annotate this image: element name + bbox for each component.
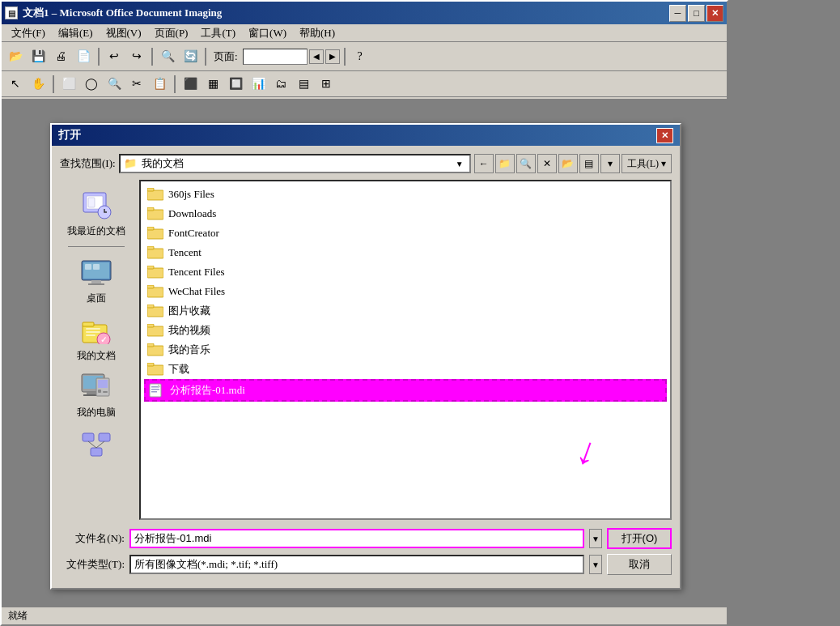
hand-btn[interactable]: ✋ — [28, 74, 49, 95]
save-tool-btn[interactable]: 💾 — [28, 46, 49, 67]
folder-icon-videos — [147, 323, 163, 338]
file-name-pictures: 图片收藏 — [168, 304, 210, 318]
open-button[interactable]: 打开(O) — [607, 528, 672, 549]
toolbar-main: 📂 💾 🖨 📄 ↩ ↪ 🔍 🔄 页面: ◀ ▶ ? — [2, 42, 727, 71]
tool2-btn3[interactable]: 🔍 — [104, 74, 125, 95]
svg-rect-44 — [147, 326, 163, 336]
cursor-btn[interactable]: ↖ — [5, 74, 26, 95]
tool2-btn5[interactable]: 📋 — [149, 74, 170, 95]
location-label: 查找范围(I): — [60, 156, 116, 171]
file-list-area[interactable]: 360js Files Downloads — [139, 180, 672, 520]
svg-rect-34 — [147, 229, 163, 239]
menu-edit[interactable]: 编辑(E) — [52, 24, 100, 42]
left-item-mydocs-label: 我的文档 — [77, 350, 116, 361]
view-toggle-btn[interactable]: ▤ — [579, 154, 599, 173]
menu-tools[interactable]: 工具(T) — [194, 24, 242, 42]
tool2-btn12[interactable]: ⊞ — [316, 74, 337, 95]
close-button[interactable]: ✕ — [706, 5, 723, 22]
left-item-desktop[interactable]: 桌面 — [64, 253, 129, 307]
svg-rect-2 — [88, 198, 95, 207]
left-item-mycomputer[interactable]: 我的电脑 — [64, 368, 129, 421]
tool2-btn2[interactable]: ◯ — [81, 74, 102, 95]
delete-btn[interactable]: ✕ — [537, 154, 557, 173]
location-dropdown-arrow: ▼ — [453, 160, 466, 168]
page-input[interactable] — [243, 49, 308, 65]
open-button-label: 打开(O) — [622, 531, 658, 546]
filetype-label: 文件类型(T): — [60, 557, 125, 572]
left-item-mydocs[interactable]: ✓ 我的文档 — [64, 311, 129, 364]
prev-page-btn[interactable]: ◀ — [309, 49, 324, 64]
menu-window[interactable]: 窗口(W) — [242, 24, 293, 42]
file-item-fontcreator[interactable]: FontCreator — [144, 224, 667, 243]
svg-rect-12 — [86, 328, 100, 330]
zoom-btn[interactable]: 🔍 — [157, 46, 178, 67]
file-name-wechat: WeChat Files — [168, 285, 225, 298]
status-text: 就绪 — [8, 609, 28, 623]
location-value: 我的文档 — [142, 156, 453, 171]
filename-row: 文件名(N): ▼ 打开(O) — [60, 528, 672, 549]
search-web-btn[interactable]: 🔍 — [516, 154, 536, 173]
svg-rect-9 — [93, 264, 100, 270]
tools-menu-btn[interactable]: 工具(L) ▾ — [622, 154, 672, 173]
open-tool-btn[interactable]: 📂 — [5, 46, 26, 67]
svg-rect-45 — [147, 324, 154, 327]
file-item-downloads2[interactable]: 下载 — [144, 360, 667, 379]
left-item-recent[interactable]: 我最近的文档 — [64, 186, 129, 240]
svg-rect-19 — [87, 392, 96, 394]
minimize-button[interactable]: ─ — [669, 5, 686, 22]
new-folder-btn[interactable]: 📂 — [558, 154, 578, 173]
tool2-btn6[interactable]: ⬛ — [180, 74, 201, 95]
svg-rect-48 — [147, 365, 163, 375]
nav-up-btn[interactable]: 📁 — [495, 154, 515, 173]
help-btn[interactable]: ? — [350, 46, 371, 67]
svg-rect-36 — [147, 249, 163, 258]
file-item-tencentfiles[interactable]: Tencent Files — [144, 262, 667, 282]
svg-rect-13 — [86, 331, 100, 333]
folder-icon-downloads — [147, 207, 163, 221]
print-tool-btn[interactable]: 🖨 — [50, 46, 71, 67]
menu-page[interactable]: 页面(P) — [148, 24, 195, 42]
location-dropdown[interactable]: 📁 我的文档 ▼ — [119, 154, 471, 173]
tool2-btn1[interactable]: ⬜ — [58, 74, 79, 95]
scan-tool-btn[interactable]: 📄 — [73, 46, 94, 67]
file-item-mdi[interactable]: 分析报告-01.mdi — [144, 379, 667, 402]
tool2-btn11[interactable]: ▤ — [293, 74, 314, 95]
redo-btn[interactable]: ↪ — [126, 46, 147, 67]
nav-back-btn[interactable]: ← — [474, 154, 494, 173]
file-item-music[interactable]: 我的音乐 — [144, 340, 667, 360]
folder-icon-wechat — [147, 284, 163, 299]
cancel-button[interactable]: 取消 — [607, 554, 672, 575]
filename-input[interactable] — [129, 529, 584, 548]
file-item-wechat[interactable]: WeChat Files — [144, 282, 667, 301]
file-item-360[interactable]: 360js Files — [144, 185, 667, 204]
tool2-btn7[interactable]: ▦ — [202, 74, 223, 95]
svg-rect-24 — [103, 391, 108, 393]
file-item-downloads[interactable]: Downloads — [144, 204, 667, 224]
folder-icon-pictures — [147, 304, 163, 318]
content-area: 打开 ✕ 查找范围(I): 📁 我的文档 ▼ ← 📁 🔍 — [2, 99, 727, 607]
menu-file[interactable]: 文件(F) — [5, 24, 52, 42]
file-name-downloads2: 下载 — [168, 362, 189, 377]
file-item-tencent[interactable]: Tencent — [144, 243, 667, 262]
tool2-btn8[interactable]: 🔲 — [225, 74, 246, 95]
mdi-file-icon — [149, 383, 165, 398]
left-item-network[interactable] — [64, 425, 129, 467]
title-bar: ▤ 文档1 – Microsoft Office Document Imagin… — [2, 2, 727, 24]
dialog-content: 查找范围(I): 📁 我的文档 ▼ ← 📁 🔍 ✕ 📂 ▤ ▾ — [52, 146, 680, 588]
dialog-close-button[interactable]: ✕ — [656, 128, 673, 143]
filename-dropdown[interactable]: ▼ — [589, 529, 602, 548]
menu-view[interactable]: 视图(V) — [100, 24, 148, 42]
rotate-btn[interactable]: 🔄 — [180, 46, 201, 67]
view-mode-btn[interactable]: ▾ — [600, 154, 620, 173]
file-item-pictures[interactable]: 图片收藏 — [144, 301, 667, 321]
maximize-button[interactable]: □ — [688, 5, 705, 22]
tool2-btn4[interactable]: ✂ — [126, 74, 147, 95]
next-page-btn[interactable]: ▶ — [325, 49, 340, 64]
tool2-btn10[interactable]: 🗂 — [270, 74, 291, 95]
file-item-videos[interactable]: 我的视频 — [144, 321, 667, 340]
tool2-btn9[interactable]: 📊 — [248, 74, 269, 95]
toolbar-sep2 — [151, 48, 153, 66]
filetype-dropdown[interactable]: ▼ — [589, 555, 602, 574]
undo-btn[interactable]: ↩ — [104, 46, 125, 67]
menu-help[interactable]: 帮助(H) — [293, 24, 342, 42]
